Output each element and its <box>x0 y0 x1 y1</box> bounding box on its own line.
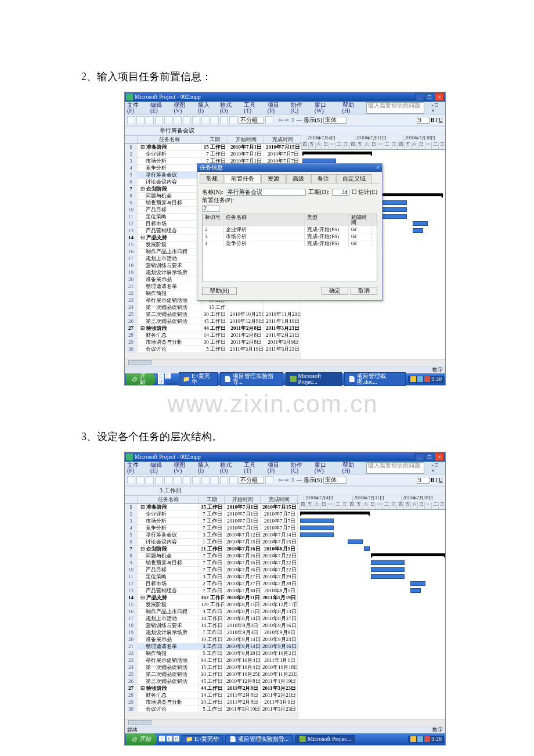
table-row[interactable]: 25第二次赠品促销活30 工作日2010年10月25日2010年11月23日24 <box>125 311 301 318</box>
doc-close-button[interactable]: - □ × <box>431 462 443 474</box>
start-button[interactable]: ◎开始 <box>126 373 156 385</box>
taskbar-project[interactable]: 🟩 Microsoft Projec... <box>295 735 355 743</box>
table-row[interactable]: 23举行展示促销活动90 工作日2010年10月4日2011年1月1日22 <box>125 657 299 664</box>
taskbar-project[interactable]: 🟩 Microsoft Projec... <box>286 372 342 386</box>
table-row[interactable]: 3市场分析7 工作日2010年7月1日2010年7月7日 <box>125 518 299 525</box>
col-task[interactable]: 任务名称 <box>138 495 199 503</box>
help-search-input[interactable]: 键入需要帮助的问题 <box>366 102 424 114</box>
bold-button[interactable]: B <box>431 477 435 483</box>
horizontal-scrollbar[interactable] <box>125 359 445 366</box>
horizontal-scrollbar[interactable] <box>125 719 445 726</box>
table-row[interactable]: 28财务汇总14 工作日2011年2月8日2011年2月21日 <box>125 692 299 699</box>
taskbar-explorer[interactable]: 📁 E:\黄亮华 <box>179 372 218 386</box>
maximize-button[interactable]: □ <box>425 93 434 101</box>
tab-advanced[interactable]: 高级 <box>286 174 311 183</box>
help-icon[interactable] <box>265 116 273 124</box>
split-icon[interactable] <box>220 116 228 124</box>
menu-view[interactable]: 视图(V) <box>174 462 193 474</box>
tab-custom[interactable]: 自定义域 <box>336 174 372 183</box>
table-row[interactable]: 8问题与机会7 工作日2010年7月16日2010年7月22日 <box>125 553 299 560</box>
table-row[interactable]: 27⊟ 验收阶段44 工作日2011年2月8日2011年3月23日15 <box>125 685 299 692</box>
col-end[interactable]: 完成时间 <box>264 135 301 143</box>
table-row[interactable]: 13产品营销组合7 工作日2010年7月30日2010年8月5日11,12 <box>125 588 299 595</box>
system-tray[interactable]: 9:28 <box>408 736 444 743</box>
col-duration[interactable]: 工期 <box>201 135 228 143</box>
gantt-chart[interactable]: 2010年7月4日 2010年7月11日 2010年7月18日 四五六日一二三四… <box>299 495 445 719</box>
taskbar-word[interactable]: 📄 项目管理实验指导... <box>225 735 293 743</box>
dialog-close-icon[interactable]: × <box>376 165 380 171</box>
menu-format[interactable]: 格式(O) <box>220 462 240 474</box>
group-combo[interactable]: 不分组 <box>239 117 264 124</box>
taskbar-word[interactable]: 📄 项目管理实验指导... <box>220 372 283 386</box>
link-icon[interactable] <box>201 116 210 124</box>
help-icon[interactable] <box>265 476 273 484</box>
table-row[interactable]: 14⊟ 产品支持162 工作日2010年8月11日2011年1月19日11,12 <box>125 595 299 602</box>
table-row[interactable]: 16制作产品上市日程3 工作日2010年8月11日2010年8月13日 <box>125 609 299 615</box>
close-button[interactable]: × <box>435 93 444 101</box>
estimated-checkbox[interactable]: ☐ 估计(E) <box>352 189 377 195</box>
table-row[interactable]: 27⊟ 验收阶段44 工作日2011年2月8日2011年3月23日15 <box>125 325 301 332</box>
menu-collab[interactable]: 协作(C) <box>291 102 310 114</box>
cell-entry-value[interactable]: 举行筹备会议 <box>160 128 194 134</box>
table-row[interactable]: 30会议讨论5 工作日2011年3月19日2011年3月23日29,28 <box>125 346 301 353</box>
paste-icon[interactable] <box>183 116 191 124</box>
table-row[interactable]: 12目标市场2 工作日2010年7月27日2010年7月28日8,9,10 <box>125 581 299 588</box>
col-start[interactable]: 开始时间 <box>228 135 264 143</box>
table-row[interactable]: 25第二次赠品促销活30 工作日2010年10月25日2010年11月23日24 <box>125 671 299 678</box>
table-row[interactable]: 15发展阶段129 工作日2010年8月11日2010年12月17日7 <box>125 602 299 609</box>
minimize-button[interactable]: _ <box>415 93 424 101</box>
menu-insert[interactable]: 插入(I) <box>198 102 215 114</box>
help-button[interactable]: 帮助(H) <box>202 287 237 295</box>
table-row[interactable]: 30会议讨论5 工作日2011年3月19日2011年3月23日29,28 <box>125 706 299 713</box>
tab-predecessors[interactable]: 前置任务 <box>225 174 261 183</box>
copy-icon[interactable] <box>174 476 182 484</box>
open-icon[interactable] <box>136 476 145 484</box>
font-combo[interactable]: 宋体 <box>323 477 347 484</box>
table-row[interactable]: 2企业评析7 工作日2010年7月1日2010年7月7日 <box>125 511 299 518</box>
maximize-button[interactable]: □ <box>425 453 434 461</box>
bold-button[interactable]: B <box>431 117 435 123</box>
table-row[interactable]: 26第三次赠品促销活45 工作日2010年12月8日2011年1月19日25 <box>125 678 299 685</box>
font-combo[interactable]: 宋体 <box>323 117 347 124</box>
cut-icon[interactable] <box>164 476 172 484</box>
menu-help[interactable]: 帮助(H) <box>342 102 362 114</box>
table-row[interactable]: 24第一次赠品促销活15 工作 <box>125 304 301 311</box>
print-icon[interactable] <box>155 116 163 124</box>
table-row[interactable]: 19规划设计展示场所7 工作日2010年9月3日2010年9月9日17 <box>125 629 299 636</box>
menu-insert[interactable]: 插入(I) <box>198 462 215 474</box>
copy-icon[interactable] <box>174 116 182 124</box>
taskbar-explorer[interactable]: 📁 E:\黄亮华 <box>182 735 223 743</box>
fontsize-combo[interactable]: 9 <box>417 477 430 484</box>
table-row[interactable]: 4竞争分析7 工作日2010年7月1日2010年7月7日 <box>125 525 299 532</box>
table-row[interactable]: 28财务汇总14 工作日2011年2月8日2011年2月21日 <box>125 332 301 339</box>
predecessor-row[interactable]: 4竞争分析完成-开始(FS)0d <box>203 240 377 247</box>
table-row[interactable]: 5举行筹备会议3 工作日2010年7月12日2010年7月14日2,3,4 <box>125 532 299 539</box>
table-row[interactable]: 6讨论会议内容1 工作日2010年7月15日2010年7月15日5 <box>125 539 299 546</box>
help-search-input[interactable]: 键入需要帮助的问题 <box>366 462 424 474</box>
table-row[interactable]: 29市场调查与分析30 工作日2011年2月8日2011年3月9日 <box>125 339 301 346</box>
system-tray[interactable]: 9:30 <box>408 376 444 383</box>
table-row[interactable]: 29市场调查与分析30 工作日2011年2月8日2011年3月9日 <box>125 699 299 706</box>
menu-window[interactable]: 窗口(W) <box>315 102 335 114</box>
info-icon[interactable] <box>229 116 237 124</box>
menu-window[interactable]: 窗口(W) <box>315 462 335 474</box>
paste-icon[interactable] <box>183 476 191 484</box>
menu-project[interactable]: 项目(P) <box>268 462 286 474</box>
table-row[interactable]: 2企业评析7 工作日2010年7月1日2010年7月7日 <box>125 151 301 158</box>
cancel-button[interactable]: 取消 <box>351 287 377 295</box>
info-icon[interactable] <box>229 476 237 484</box>
doc-close-button[interactable]: - □ × <box>431 102 443 114</box>
menu-edit[interactable]: 编辑(E) <box>150 462 169 474</box>
tab-resources[interactable]: 资源 <box>261 174 286 183</box>
col-end[interactable]: 完成时间 <box>261 495 298 503</box>
predecessor-row[interactable]: 2企业评析完成-开始(FS)0d <box>203 226 377 233</box>
table-row[interactable]: 9销售预算与目标7 工作日2010年7月16日2010年7月22日 <box>125 560 299 567</box>
fontsize-combo[interactable]: 9 <box>417 117 430 124</box>
minimize-button[interactable]: _ <box>415 453 424 461</box>
table-row[interactable]: 7⊟ 企划阶段21 工作日2010年7月16日2010年8月5日1 <box>125 546 299 553</box>
save-icon[interactable] <box>146 116 154 124</box>
table-row[interactable]: 22制作简报5 工作日2010年9月28日2010年10月2日20,21 <box>125 650 299 657</box>
table-row[interactable]: 18营销训练与要求14 工作日2010年9月3日2010年9月16日17 <box>125 622 299 629</box>
menu-edit[interactable]: 编辑(E) <box>150 102 169 114</box>
table-row[interactable]: 24第一次赠品促销活15 工作日2010年10月4日2010年10月18日22 <box>125 664 299 671</box>
